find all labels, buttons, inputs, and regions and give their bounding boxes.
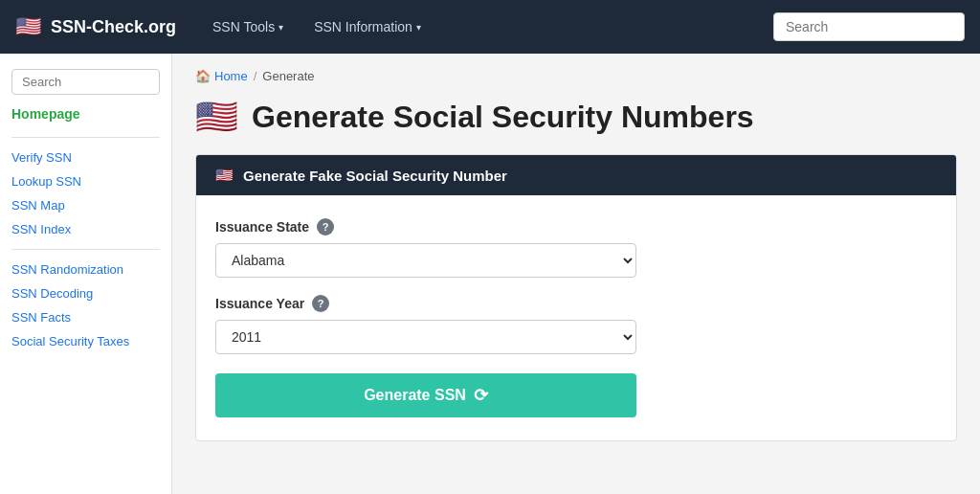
breadcrumb-current: Generate: [262, 69, 314, 83]
issuance-year-select[interactable]: 2011 2010 2009 2008 2007 2006 2005: [215, 320, 636, 354]
layout: Homepage Verify SSN Lookup SSN SSN Map S…: [0, 54, 980, 494]
sidebar-item-ssn-decoding[interactable]: SSN Decoding: [11, 281, 160, 305]
generate-ssn-button[interactable]: Generate SSN ⟳: [215, 373, 636, 417]
generate-card: 🇺🇸 Generate Fake Social Security Number …: [195, 154, 957, 441]
brand-logo[interactable]: 🇺🇸 SSN-Check.org: [15, 14, 176, 39]
home-icon: 🏠: [195, 69, 211, 83]
sidebar-search-container: [11, 69, 160, 95]
page-title-flag-icon: 🇺🇸: [195, 97, 238, 137]
sidebar-item-verify-ssn[interactable]: Verify SSN: [11, 146, 160, 169]
sidebar-search-input[interactable]: [11, 69, 160, 95]
card-header-flag-icon: 🇺🇸: [215, 167, 234, 184]
sidebar-item-lookup-ssn[interactable]: Lookup SSN: [11, 169, 160, 193]
card-header: 🇺🇸 Generate Fake Social Security Number: [196, 155, 956, 195]
card-header-title: Generate Fake Social Security Number: [243, 168, 507, 184]
nav-ssn-information[interactable]: SSN Information ▾: [301, 11, 434, 42]
issuance-state-help-icon[interactable]: ?: [317, 218, 334, 236]
generate-ssn-button-label: Generate SSN: [364, 387, 466, 404]
page-title: Generate Social Security Numbers: [252, 100, 754, 135]
breadcrumb: 🏠 Home / Generate: [195, 69, 957, 83]
refresh-icon: ⟳: [474, 385, 488, 406]
sidebar-divider-2: [11, 249, 160, 250]
sidebar-item-ssn-randomization[interactable]: SSN Randomization: [11, 258, 160, 281]
breadcrumb-home-link[interactable]: 🏠 Home: [195, 69, 248, 83]
sidebar-item-ssn-facts[interactable]: SSN Facts: [11, 305, 160, 329]
issuance-state-group: Issuance State ? Alabama Alaska Arizona …: [215, 218, 937, 278]
breadcrumb-separator: /: [254, 69, 257, 83]
card-body: Issuance State ? Alabama Alaska Arizona …: [196, 195, 956, 440]
navbar-search-container: [773, 12, 965, 41]
nav-links: SSN Tools ▾ SSN Information ▾: [199, 11, 773, 42]
brand-flag-icon: 🇺🇸: [15, 14, 41, 39]
sidebar: Homepage Verify SSN Lookup SSN SSN Map S…: [0, 54, 172, 494]
sidebar-divider: [11, 137, 160, 138]
page-title-container: 🇺🇸 Generate Social Security Numbers: [195, 97, 957, 137]
sidebar-item-homepage[interactable]: Homepage: [11, 106, 160, 122]
issuance-year-group: Issuance Year ? 2011 2010 2009 2008 2007…: [215, 295, 937, 354]
navbar: 🇺🇸 SSN-Check.org SSN Tools ▾ SSN Informa…: [0, 0, 980, 54]
issuance-state-label: Issuance State ?: [215, 218, 937, 236]
sidebar-item-ssn-map[interactable]: SSN Map: [11, 193, 160, 217]
chevron-down-icon: ▾: [278, 22, 283, 33]
navbar-search-input[interactable]: [773, 12, 965, 41]
nav-ssn-tools[interactable]: SSN Tools ▾: [199, 11, 297, 42]
sidebar-primary-links: Verify SSN Lookup SSN SSN Map SSN Index: [11, 146, 160, 241]
main-content: 🏠 Home / Generate 🇺🇸 Generate Social Sec…: [172, 54, 980, 494]
issuance-state-select[interactable]: Alabama Alaska Arizona Arkansas Californ…: [215, 243, 636, 278]
chevron-down-icon: ▾: [416, 22, 421, 33]
sidebar-item-ssn-index[interactable]: SSN Index: [11, 217, 160, 241]
issuance-year-label: Issuance Year ?: [215, 295, 937, 312]
issuance-year-help-icon[interactable]: ?: [312, 295, 329, 312]
brand-name: SSN-Check.org: [51, 17, 176, 37]
sidebar-secondary-links: SSN Randomization SSN Decoding SSN Facts…: [11, 258, 160, 353]
sidebar-item-social-security-taxes[interactable]: Social Security Taxes: [11, 329, 160, 353]
